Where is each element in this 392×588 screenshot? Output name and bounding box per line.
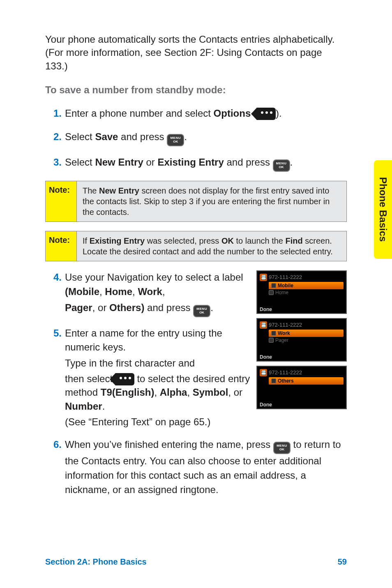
save-label: Save <box>95 131 118 142</box>
note-box-2: Note: If Existing Entry was selected, pr… <box>45 231 347 261</box>
step-6: 6. When you’ve finished entering the nam… <box>65 438 347 497</box>
menu-ok-key-icon: MENUOK <box>193 305 210 317</box>
screenshot-others: 📇972-111-2222 Others Done <box>256 366 347 409</box>
menu-ok-key-icon: MENUOK <box>273 159 290 172</box>
step-number: 2. <box>45 130 62 144</box>
step-number: 3. <box>45 155 62 170</box>
right-softkey-icon <box>115 373 134 385</box>
step-3: 3. Select New Entry or Existing Entry an… <box>65 155 347 172</box>
step-number: 5. <box>45 326 62 341</box>
right-softkey-icon <box>257 108 276 120</box>
procedure-heading: To save a number from standby mode: <box>45 84 347 96</box>
step-number: 1. <box>45 106 62 121</box>
footer-section: Section 2A: Phone Basics <box>45 557 147 567</box>
note-label: Note: <box>46 231 77 261</box>
existing-entry-label: Existing Entry <box>157 157 224 168</box>
menu-ok-key-icon: MENUOK <box>273 442 291 454</box>
note-body: If Existing Entry was selected, press OK… <box>77 231 346 261</box>
step-2: 2. Select Save and press MENUOK. <box>65 130 347 146</box>
screenshot-mobile-home: 📇972-111-2222 Mobile Home Done <box>256 270 347 314</box>
menu-ok-key-icon: MENUOK <box>167 134 184 146</box>
footer-page-number: 59 <box>338 557 347 567</box>
step-4: 4. Use your Navigation key to select a l… <box>65 270 251 317</box>
step-5: 5. Enter a name for the entry using the … <box>65 326 251 429</box>
note-body: The New Entry screen does not display fo… <box>77 181 346 221</box>
note-box-1: Note: The New Entry screen does not disp… <box>45 181 347 222</box>
intro-paragraph: Your phone automatically sorts the Conta… <box>45 33 347 73</box>
options-label: Options <box>214 108 251 119</box>
step-number: 4. <box>45 270 62 285</box>
screenshot-work-pager: 📇972-111-2222 Work Pager Done <box>256 318 347 362</box>
step-number: 6. <box>45 438 62 452</box>
step-text: Enter a phone number and select <box>65 108 214 119</box>
page-footer: Section 2A: Phone Basics 59 <box>45 557 347 567</box>
phone-screenshots: 📇972-111-2222 Mobile Home Done 📇972-111-… <box>256 270 347 413</box>
step-1: 1. Enter a phone number and select Optio… <box>65 106 347 121</box>
new-entry-label: New Entry <box>95 157 143 168</box>
note-label: Note: <box>46 181 77 221</box>
